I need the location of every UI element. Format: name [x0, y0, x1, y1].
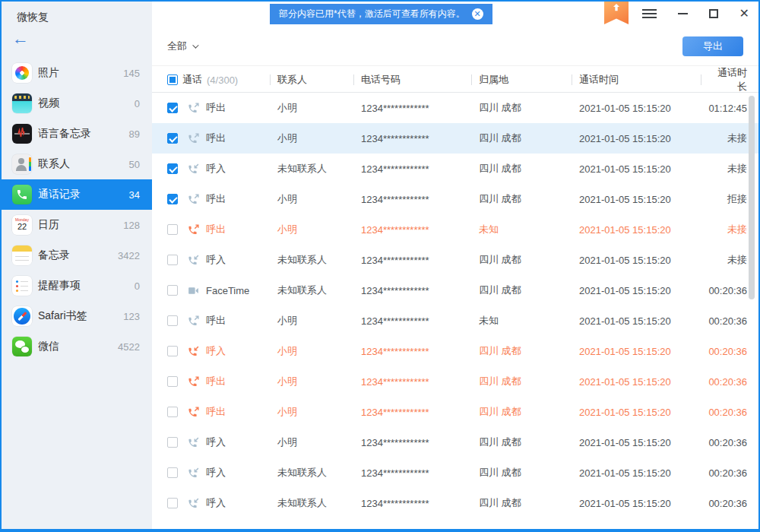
- contact-cell: 未知联系人: [270, 466, 353, 480]
- sidebar-item-photos[interactable]: 照片 145: [2, 58, 152, 88]
- row-checkbox[interactable]: [167, 285, 178, 296]
- sidebar-item-safari-bookmarks[interactable]: Safari书签 123: [2, 301, 152, 331]
- minimize-icon[interactable]: [678, 13, 688, 14]
- sidebar-item-voice-memos[interactable]: 语言备忘录 89: [2, 119, 152, 149]
- location-cell: 四川 成都: [471, 344, 572, 358]
- call-record-row[interactable]: 呼入 小明 1234************ 四川 成都 2021-01-05 …: [152, 427, 758, 458]
- call-type-label: 呼出: [206, 192, 226, 206]
- call-record-row[interactable]: 呼入 未知联系人 1234************ 四川 成都 2021-01-…: [152, 245, 758, 275]
- location-cell: 四川 成都: [471, 101, 572, 115]
- call-time-cell: 2021-01-05 15:15:20: [572, 437, 701, 448]
- row-checkbox[interactable]: [167, 255, 178, 265]
- row-checkbox[interactable]: [167, 376, 178, 387]
- maximize-icon[interactable]: [709, 9, 718, 18]
- photos-icon: [12, 63, 32, 83]
- call-record-row[interactable]: 呼入 小明 1234************ 四川 成都 2021-01-05 …: [152, 336, 758, 366]
- row-checkbox[interactable]: [167, 224, 178, 235]
- export-button[interactable]: 导出: [682, 36, 743, 56]
- row-checkbox[interactable]: [167, 467, 178, 478]
- sidebar-item-call-history[interactable]: 通话记录 34: [2, 179, 152, 210]
- header-call-column: 通话 (4/300): [152, 73, 270, 87]
- location-cell: 四川 成都: [471, 435, 572, 449]
- row-checkbox[interactable]: [167, 437, 178, 448]
- call-type-cell: 呼出: [152, 405, 270, 419]
- location-cell: 四川 成都: [471, 496, 572, 510]
- toolbar: 全部 导出: [152, 27, 758, 65]
- row-checkbox[interactable]: [167, 346, 178, 356]
- call-time-cell: 2021-01-05 15:15:20: [572, 467, 701, 479]
- banner-close-icon[interactable]: ✕: [472, 8, 483, 20]
- sidebar-item-contacts[interactable]: 联系人 50: [2, 149, 152, 179]
- location-cell: 四川 成都: [471, 253, 572, 267]
- call-time-cell: 2021-01-05 15:15:20: [572, 407, 701, 418]
- phone-number-cell: 1234************: [353, 407, 471, 418]
- row-checkbox[interactable]: [167, 103, 178, 113]
- sidebar-item-calendar[interactable]: Monday 22 日历 128: [2, 210, 152, 240]
- window-controls: ✕: [642, 2, 749, 26]
- call-record-row[interactable]: 呼出 小明 1234************ 未知 2021-01-05 15:…: [152, 306, 758, 336]
- contact-cell: 未知联系人: [270, 283, 353, 297]
- duration-cell: 00:20:36: [701, 437, 758, 448]
- row-checkbox[interactable]: [167, 133, 178, 144]
- contact-cell: 小明: [270, 131, 353, 145]
- phone-number-cell: 1234************: [353, 194, 471, 205]
- upgrade-ribbon-icon[interactable]: [604, 2, 629, 24]
- banner-text: 部分内容已用*代替，激活后可查看所有内容。: [279, 8, 465, 21]
- call-type-label: 呼入: [206, 496, 226, 510]
- reminders-icon: [12, 276, 32, 296]
- row-checkbox[interactable]: [167, 407, 178, 417]
- sidebar-item-notes[interactable]: 备忘录 3422: [2, 240, 152, 271]
- back-arrow-icon[interactable]: ←: [12, 29, 35, 50]
- sidebar-item-wechat[interactable]: 微信 4522: [2, 331, 152, 362]
- sidebar-item-videos[interactable]: 视频 0: [2, 88, 152, 119]
- call-type-cell: 呼出: [152, 131, 270, 145]
- call-type-label: 呼入: [206, 253, 226, 267]
- incoming-call-icon: [187, 254, 200, 267]
- incoming-call-icon: [187, 345, 200, 358]
- filter-dropdown[interactable]: 全部: [167, 40, 197, 53]
- selection-count: (4/300): [207, 74, 238, 86]
- call-record-row[interactable]: 呼出 小明 1234************ 四川 成都 2021-01-05 …: [152, 93, 758, 123]
- sidebar-item-label: 微信: [38, 340, 59, 353]
- call-type-cell: 呼出: [152, 314, 270, 328]
- row-checkbox[interactable]: [167, 498, 178, 508]
- location-cell: 四川 成都: [471, 192, 572, 206]
- call-type-cell: 呼出: [152, 192, 270, 206]
- call-record-row[interactable]: 呼出 小明 1234************ 四川 成都 2021-01-05 …: [152, 123, 758, 154]
- call-record-row[interactable]: FaceTime 未知联系人 1234************ 四川 成都 20…: [152, 275, 758, 306]
- row-checkbox[interactable]: [167, 315, 178, 326]
- call-history-icon: [12, 185, 32, 204]
- contact-cell: 小明: [270, 223, 353, 236]
- sidebar-item-label: 提醒事项: [38, 279, 81, 293]
- phone-number-cell: 1234************: [353, 467, 471, 479]
- call-time-cell: 2021-01-05 15:15:20: [572, 376, 701, 388]
- row-checkbox[interactable]: [167, 163, 178, 174]
- sidebar-item-count: 0: [135, 98, 140, 109]
- close-icon[interactable]: ✕: [739, 8, 749, 20]
- sidebar-item-count: 123: [123, 311, 140, 322]
- sidebar-item-count: 34: [129, 189, 140, 201]
- call-record-row[interactable]: 呼出 小明 1234************ 未知 2021-01-05 15:…: [152, 214, 758, 245]
- contact-cell: 未知联系人: [270, 496, 353, 510]
- row-checkbox[interactable]: [167, 194, 178, 204]
- scrollbar-thumb[interactable]: [749, 96, 755, 299]
- call-type-label: 呼入: [206, 435, 226, 449]
- sidebar-item-label: 日历: [38, 218, 59, 232]
- call-type-label: 呼出: [206, 131, 226, 145]
- sidebar-item-label: 备忘录: [38, 249, 70, 262]
- call-record-row[interactable]: 呼入 未知联系人 1234************ 四川 成都 2021-01-…: [152, 154, 758, 184]
- call-record-row[interactable]: 呼出 小明 1234************ 四川 成都 2021-01-05 …: [152, 397, 758, 427]
- call-record-row[interactable]: 呼出 小明 1234************ 四川 成都 2021-01-05 …: [152, 184, 758, 214]
- call-type-cell: 呼入: [152, 435, 270, 449]
- incoming-call-icon: [187, 497, 200, 510]
- outgoing-call-icon: [187, 102, 200, 115]
- call-record-row[interactable]: 呼入 未知联系人 1234************ 四川 成都 2021-01-…: [152, 488, 758, 518]
- contact-cell: 未知联系人: [270, 162, 353, 176]
- select-all-checkbox[interactable]: [167, 74, 178, 85]
- menu-icon[interactable]: [642, 9, 657, 18]
- call-record-row[interactable]: 呼入 未知联系人 1234************ 四川 成都 2021-01-…: [152, 458, 758, 488]
- call-record-row[interactable]: 呼出 小明 1234************ 四川 成都 2021-01-05 …: [152, 366, 758, 397]
- sidebar-item-reminders[interactable]: 提醒事项 0: [2, 271, 152, 301]
- phone-number-cell: 1234************: [353, 315, 471, 327]
- duration-cell: 00:20:36: [701, 315, 758, 327]
